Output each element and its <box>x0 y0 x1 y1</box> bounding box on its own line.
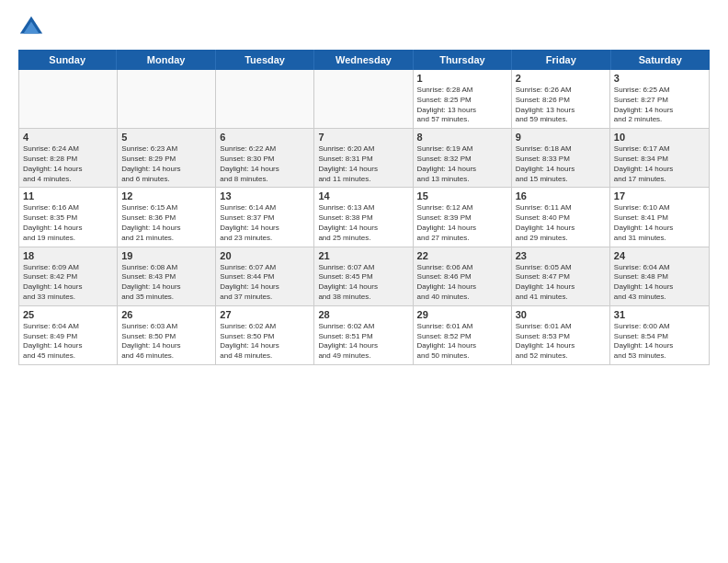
calendar-cell: 16Sunrise: 6:11 AM Sunset: 8:40 PM Dayli… <box>512 188 610 246</box>
header-day: Thursday <box>414 50 512 70</box>
calendar-cell: 19Sunrise: 6:08 AM Sunset: 8:43 PM Dayli… <box>118 247 216 305</box>
day-detail: Sunrise: 6:10 AM Sunset: 8:41 PM Dayligh… <box>614 203 705 243</box>
calendar-cell: 14Sunrise: 6:13 AM Sunset: 8:38 PM Dayli… <box>314 188 413 246</box>
day-number: 14 <box>318 190 408 201</box>
day-number: 15 <box>417 190 507 201</box>
calendar-cell: 31Sunrise: 6:00 AM Sunset: 8:54 PM Dayli… <box>610 306 709 364</box>
day-detail: Sunrise: 6:25 AM Sunset: 8:27 PM Dayligh… <box>614 86 705 125</box>
day-detail: Sunrise: 6:07 AM Sunset: 8:44 PM Dayligh… <box>220 263 310 303</box>
day-number: 4 <box>23 132 113 143</box>
header-day: Tuesday <box>216 50 314 70</box>
day-number: 25 <box>23 309 113 320</box>
day-number: 30 <box>516 309 606 320</box>
logo <box>18 15 48 40</box>
page: SundayMondayTuesdayWednesdayThursdayFrid… <box>0 0 728 563</box>
day-detail: Sunrise: 6:13 AM Sunset: 8:38 PM Dayligh… <box>318 203 408 243</box>
calendar-body: 1Sunrise: 6:28 AM Sunset: 8:25 PM Daylig… <box>18 70 710 365</box>
day-detail: Sunrise: 6:00 AM Sunset: 8:54 PM Dayligh… <box>614 322 705 362</box>
day-number: 24 <box>614 250 705 261</box>
day-detail: Sunrise: 6:09 AM Sunset: 8:42 PM Dayligh… <box>23 263 113 303</box>
day-number: 20 <box>220 250 310 261</box>
day-detail: Sunrise: 6:28 AM Sunset: 8:25 PM Dayligh… <box>417 86 507 125</box>
calendar-cell <box>314 70 413 128</box>
day-number: 7 <box>318 132 408 143</box>
day-number: 2 <box>516 73 606 84</box>
calendar-cell: 25Sunrise: 6:04 AM Sunset: 8:49 PM Dayli… <box>19 306 118 364</box>
day-number: 1 <box>417 73 507 84</box>
calendar-cell: 11Sunrise: 6:16 AM Sunset: 8:35 PM Dayli… <box>19 188 118 246</box>
day-detail: Sunrise: 6:02 AM Sunset: 8:50 PM Dayligh… <box>220 322 310 362</box>
calendar-cell: 24Sunrise: 6:04 AM Sunset: 8:48 PM Dayli… <box>610 247 709 305</box>
day-detail: Sunrise: 6:02 AM Sunset: 8:51 PM Dayligh… <box>318 322 408 362</box>
calendar-cell: 20Sunrise: 6:07 AM Sunset: 8:44 PM Dayli… <box>216 247 314 305</box>
day-number: 18 <box>23 250 113 261</box>
day-detail: Sunrise: 6:23 AM Sunset: 8:29 PM Dayligh… <box>121 144 211 184</box>
day-number: 29 <box>417 309 507 320</box>
header-day: Monday <box>117 50 215 70</box>
day-detail: Sunrise: 6:01 AM Sunset: 8:53 PM Dayligh… <box>516 322 606 362</box>
calendar-cell: 8Sunrise: 6:19 AM Sunset: 8:32 PM Daylig… <box>414 129 512 187</box>
calendar-cell: 27Sunrise: 6:02 AM Sunset: 8:50 PM Dayli… <box>216 306 314 364</box>
calendar-week: 25Sunrise: 6:04 AM Sunset: 8:49 PM Dayli… <box>19 306 709 364</box>
header-day: Sunday <box>18 50 117 70</box>
calendar-cell: 9Sunrise: 6:18 AM Sunset: 8:33 PM Daylig… <box>512 129 610 187</box>
day-detail: Sunrise: 6:14 AM Sunset: 8:37 PM Dayligh… <box>220 203 310 243</box>
calendar-cell: 2Sunrise: 6:26 AM Sunset: 8:26 PM Daylig… <box>512 70 610 128</box>
calendar-cell <box>19 70 118 128</box>
header-day: Saturday <box>611 50 710 70</box>
calendar-cell: 26Sunrise: 6:03 AM Sunset: 8:50 PM Dayli… <box>118 306 216 364</box>
day-detail: Sunrise: 6:08 AM Sunset: 8:43 PM Dayligh… <box>121 263 211 303</box>
calendar-cell: 7Sunrise: 6:20 AM Sunset: 8:31 PM Daylig… <box>314 129 413 187</box>
day-detail: Sunrise: 6:17 AM Sunset: 8:34 PM Dayligh… <box>614 144 705 184</box>
header <box>18 15 710 40</box>
calendar-cell: 12Sunrise: 6:15 AM Sunset: 8:36 PM Dayli… <box>118 188 216 246</box>
calendar-week: 18Sunrise: 6:09 AM Sunset: 8:42 PM Dayli… <box>19 247 709 306</box>
day-detail: Sunrise: 6:26 AM Sunset: 8:26 PM Dayligh… <box>516 86 606 125</box>
day-number: 10 <box>614 132 705 143</box>
calendar-week: 1Sunrise: 6:28 AM Sunset: 8:25 PM Daylig… <box>19 70 709 129</box>
calendar-week: 4Sunrise: 6:24 AM Sunset: 8:28 PM Daylig… <box>19 129 709 188</box>
day-number: 27 <box>220 309 310 320</box>
day-number: 31 <box>614 309 705 320</box>
day-number: 21 <box>318 250 408 261</box>
day-number: 11 <box>23 190 113 201</box>
calendar-cell: 30Sunrise: 6:01 AM Sunset: 8:53 PM Dayli… <box>512 306 610 364</box>
calendar: SundayMondayTuesdayWednesdayThursdayFrid… <box>18 50 710 554</box>
day-detail: Sunrise: 6:19 AM Sunset: 8:32 PM Dayligh… <box>417 144 507 184</box>
calendar-weeks: 1Sunrise: 6:28 AM Sunset: 8:25 PM Daylig… <box>19 70 709 364</box>
day-detail: Sunrise: 6:16 AM Sunset: 8:35 PM Dayligh… <box>23 203 113 243</box>
day-detail: Sunrise: 6:20 AM Sunset: 8:31 PM Dayligh… <box>318 144 408 184</box>
day-detail: Sunrise: 6:04 AM Sunset: 8:48 PM Dayligh… <box>614 263 705 303</box>
day-number: 6 <box>220 132 310 143</box>
day-number: 3 <box>614 73 705 84</box>
calendar-cell: 17Sunrise: 6:10 AM Sunset: 8:41 PM Dayli… <box>610 188 709 246</box>
calendar-cell: 10Sunrise: 6:17 AM Sunset: 8:34 PM Dayli… <box>610 129 709 187</box>
header-day: Wednesday <box>314 50 413 70</box>
calendar-cell: 22Sunrise: 6:06 AM Sunset: 8:46 PM Dayli… <box>414 247 512 305</box>
calendar-cell <box>118 70 216 128</box>
day-number: 5 <box>121 132 211 143</box>
day-number: 28 <box>318 309 408 320</box>
calendar-cell: 18Sunrise: 6:09 AM Sunset: 8:42 PM Dayli… <box>19 247 118 305</box>
calendar-cell: 28Sunrise: 6:02 AM Sunset: 8:51 PM Dayli… <box>314 306 413 364</box>
day-detail: Sunrise: 6:24 AM Sunset: 8:28 PM Dayligh… <box>23 144 113 184</box>
calendar-cell: 3Sunrise: 6:25 AM Sunset: 8:27 PM Daylig… <box>610 70 709 128</box>
day-number: 19 <box>121 250 211 261</box>
calendar-cell: 15Sunrise: 6:12 AM Sunset: 8:39 PM Dayli… <box>414 188 512 246</box>
day-number: 23 <box>516 250 606 261</box>
day-number: 13 <box>220 190 310 201</box>
calendar-cell: 6Sunrise: 6:22 AM Sunset: 8:30 PM Daylig… <box>216 129 314 187</box>
calendar-cell: 5Sunrise: 6:23 AM Sunset: 8:29 PM Daylig… <box>118 129 216 187</box>
day-detail: Sunrise: 6:04 AM Sunset: 8:49 PM Dayligh… <box>23 322 113 362</box>
calendar-cell: 4Sunrise: 6:24 AM Sunset: 8:28 PM Daylig… <box>19 129 118 187</box>
day-detail: Sunrise: 6:03 AM Sunset: 8:50 PM Dayligh… <box>121 322 211 362</box>
calendar-header: SundayMondayTuesdayWednesdayThursdayFrid… <box>18 50 710 70</box>
day-detail: Sunrise: 6:15 AM Sunset: 8:36 PM Dayligh… <box>121 203 211 243</box>
day-number: 16 <box>516 190 606 201</box>
day-detail: Sunrise: 6:01 AM Sunset: 8:52 PM Dayligh… <box>417 322 507 362</box>
day-number: 9 <box>516 132 606 143</box>
day-number: 17 <box>614 190 705 201</box>
day-detail: Sunrise: 6:05 AM Sunset: 8:47 PM Dayligh… <box>516 263 606 303</box>
calendar-cell: 1Sunrise: 6:28 AM Sunset: 8:25 PM Daylig… <box>414 70 512 128</box>
calendar-cell: 29Sunrise: 6:01 AM Sunset: 8:52 PM Dayli… <box>414 306 512 364</box>
